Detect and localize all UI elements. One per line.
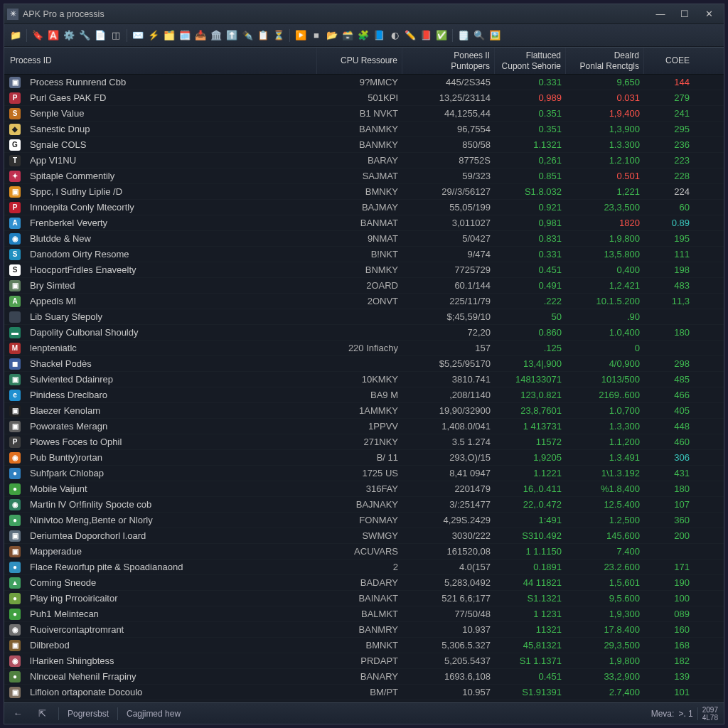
toolbar-icon-11[interactable]: 📥 [193, 28, 208, 43]
table-row[interactable]: SHoocportFrdles EnaveeltyBNMKY77257290.4… [4, 262, 724, 278]
toolbar-icon-4[interactable]: 🔧 [77, 28, 92, 43]
col-dealrd[interactable]: Dealrd Ponlal Renctgls [566, 48, 644, 74]
toolbar-icon-3[interactable]: ⚙️ [62, 28, 76, 43]
toolbar-icon-8[interactable]: ⚡ [146, 28, 161, 43]
table-row[interactable]: PInnoepita Conly MtecortlyBAJMAY55,05/19… [4, 200, 724, 215]
table-row[interactable]: Lib Suary Sfepoly$;45,59/1050.90 [4, 309, 724, 325]
table-row[interactable]: SDanodom Oirty ResomeB!NKT9/4740.33113,5… [4, 247, 724, 262]
toolbar-icon-7[interactable]: ✉️ [131, 28, 145, 43]
toolbar-icon-10[interactable]: 🗓️ [178, 28, 192, 43]
close-button[interactable]: ✕ [702, 8, 715, 21]
table-row[interactable]: ▣Lifloion ortaponate DocouloBM/PT10.957S… [4, 685, 724, 700]
ponees-value: 521 6,6;177 [402, 593, 495, 604]
table-row[interactable]: ✦Spitaple CommentilySAJMAT59/3230.8510.5… [4, 168, 724, 184]
process-name: Puh1 Melintecan [26, 609, 317, 619]
coee-value: 241 [644, 108, 694, 119]
table-row[interactable]: ▣Process Runnrend Cbb9?MMCY445/2S3450.33… [4, 75, 724, 90]
minimize-button[interactable]: — [654, 8, 667, 21]
cpu-value: 271NKY [317, 437, 402, 447]
toolbar-icon-9[interactable]: 🗂️ [162, 28, 176, 43]
table-row[interactable]: ●Flace Reworfup pite & Spoadianaond24.0(… [4, 560, 724, 575]
table-row[interactable]: AAppedls MI2ONVT225/11/79.22210.1.5.2001… [4, 294, 724, 309]
col-cpu[interactable]: CPU Ressoure [317, 48, 402, 74]
table-row[interactable]: AFrenberkel VevertyBANMAT3,0110270,98118… [4, 215, 724, 231]
table-row[interactable]: TApp VI1NUBARAY87752S0,2611.2.100223 [4, 153, 724, 168]
table-row[interactable]: ▣MapperadueACUVARS161520,081 1.11507.400 [4, 544, 724, 560]
toolbar-icon-15[interactable]: 📋 [256, 28, 270, 43]
status-meva-label: Meva: [651, 709, 675, 719]
toolbar-icon-2[interactable]: 🅰️ [46, 28, 60, 43]
toolbar-icon-25[interactable]: 📕 [419, 28, 433, 43]
table-row[interactable]: ▣Bry Simted2OARD60.1/1440.4911,2.421483 [4, 278, 724, 294]
toolbar-icon-16[interactable]: ⏳ [272, 28, 286, 43]
process-icon: ▣ [4, 530, 26, 542]
toolbar-icon-0[interactable]: 📁 [9, 28, 23, 43]
col-ponees[interactable]: Ponees II Puntopers [402, 48, 495, 74]
table-row[interactable]: GSgnale COLSBANMKY850/581.13211.3.300236 [4, 137, 724, 153]
toolbar-icon-6[interactable]: ◫ [109, 28, 123, 43]
table-row[interactable]: Mlenpteniatlc220 Infiachy157.1250 [4, 341, 724, 356]
table-row[interactable]: ▬Dapolity Culbonal Shouldy72,200.8601.0,… [4, 325, 724, 341]
toolbar-icon-12[interactable]: 🏛️ [209, 28, 223, 43]
toolbar-icon-27[interactable]: 🗒️ [456, 28, 471, 43]
table-row[interactable]: ●Ninivtoo Meng,Bente or NlorlyFONMAY4,29… [4, 513, 724, 528]
toolbar-icon-20[interactable]: 🗃️ [341, 28, 355, 43]
dealrd-value: 10.1.5.200 [566, 296, 644, 306]
process-table[interactable]: Process ID CPU Ressoure Ponees II Puntop… [4, 47, 724, 702]
table-row[interactable]: SSenple ValueB1 NVKT44,1255,440.3511,9,4… [4, 106, 724, 122]
dealrd-value: 7.400 [566, 546, 644, 557]
back-button[interactable]: ← [10, 707, 26, 721]
toolbar-icon-29[interactable]: 🖼️ [488, 28, 502, 43]
table-row[interactable]: ◉Pub Buntty)rortanВ/ 11293,O)/151,92051.… [4, 450, 724, 466]
table-row[interactable]: ▣Deriumtea Doporchorl l.oardSWMGY3030/22… [4, 528, 724, 544]
table-row[interactable]: ●Suhfpark Chlobap1725 US8,41 09471.12211… [4, 466, 724, 481]
table-row[interactable]: ◼Shackel Podès$5,25/9517013,4|,9004/0,90… [4, 356, 724, 372]
table-row[interactable]: ePinidess DreclbaroBA9 M,208/1140123,0.8… [4, 387, 724, 403]
table-row[interactable]: ▣Poworates Meragn1PPVV1,408.0/0411 41373… [4, 419, 724, 434]
toolbar-icon-5[interactable]: 📄 [93, 28, 107, 43]
table-row[interactable]: ▲Coming SneodeBADARY5,283,049244 118211,… [4, 575, 724, 591]
dealrd-value: 1,3,900 [566, 124, 644, 134]
toolbar-icon-17[interactable]: ▶️ [294, 28, 308, 43]
table-row[interactable]: ▣DilbrebodBMNKT5,306.5.32745,8132129,3,5… [4, 638, 724, 653]
col-coee[interactable]: COEE [644, 48, 694, 74]
table-row[interactable]: PPlowes Foces to Ophil271NKY3.5 1.274115… [4, 434, 724, 450]
process-icon: ● [4, 468, 26, 479]
process-icon: ✦ [4, 171, 26, 182]
col-deal-l2: Ponlal Renctgls [580, 61, 639, 71]
table-row[interactable]: ◉Martin lV Or!finlity Spocte cobBAJNAKY3… [4, 497, 724, 513]
toolbar-icon-19[interactable]: 📂 [325, 28, 339, 43]
table-row[interactable]: ●Puh1 MelintecanBALMKT77/50/481 12311,9,… [4, 606, 724, 622]
toolbar-icon-22[interactable]: 📘 [372, 28, 386, 43]
toolbar-icon-28[interactable]: 🔍 [472, 28, 486, 43]
maximize-button[interactable]: ☐ [678, 8, 691, 21]
table-row[interactable]: ◆Sanestic DnupBANMKY96,75540.3511,3,9002… [4, 122, 724, 137]
toolbar-icon-23[interactable]: ◐ [387, 28, 402, 43]
col-process-id[interactable]: Process ID [4, 48, 317, 74]
toolbar-icon-13[interactable]: ⬆️ [225, 28, 239, 43]
table-row[interactable]: ●Play ing PrrooiricaitorBAINAKT521 6,6;1… [4, 591, 724, 606]
toolbar-icon-1[interactable]: 🔖 [31, 28, 45, 43]
ponees-value: $5,25/95170 [402, 358, 495, 369]
table-row[interactable]: ◉lHariken ShiingbtessPRDAPT5,205.5437S1 … [4, 653, 724, 669]
table-row[interactable]: ◉Blutdde & New9NMAT5/04270.8311,9,800195 [4, 231, 724, 247]
table-row[interactable]: ▣Blaezer Kenolam1AMMKY19,90/3290023,8,76… [4, 403, 724, 419]
ponees-value: 13,25/23114 [402, 92, 495, 103]
table-row[interactable]: PPurl Gaes PAK FD501KPI13,25/231140,9890… [4, 90, 724, 106]
table-row[interactable]: ●Nlncoeal Nehenil FrrapinyBANARY1693.6,1… [4, 669, 724, 685]
forward-icon[interactable]: ⇱ [34, 707, 50, 721]
table-row[interactable]: ▣Sppc, l Sutlny Liplie /DBMNKY29//3/5612… [4, 184, 724, 200]
table-row[interactable]: ●Mobile Vaijunt316FAY220147916,.0.411%1.… [4, 481, 724, 497]
ponees-value: 7725729 [402, 264, 495, 275]
table-row[interactable]: ◉RuoivercontaptromrantBANMRY10.937113211… [4, 622, 724, 638]
toolbar-icon-24[interactable]: ✏️ [403, 28, 417, 43]
table-row[interactable]: ▣Sulviented Ddainrep10KMKY3810.741148133… [4, 372, 724, 387]
col-flattuced[interactable]: Flattuced Cupont Sehorie [495, 48, 566, 74]
toolbar-icon-18[interactable]: ■ [309, 28, 323, 43]
dealrd-value: 0,400 [566, 264, 644, 275]
toolbar-icon-26[interactable]: ✅ [434, 28, 449, 43]
process-icon: ● [4, 609, 26, 620]
cpu-value: 1AMMKY [317, 405, 402, 416]
toolbar-icon-14[interactable]: ✒️ [240, 28, 255, 43]
toolbar-icon-21[interactable]: 🧩 [356, 28, 370, 43]
